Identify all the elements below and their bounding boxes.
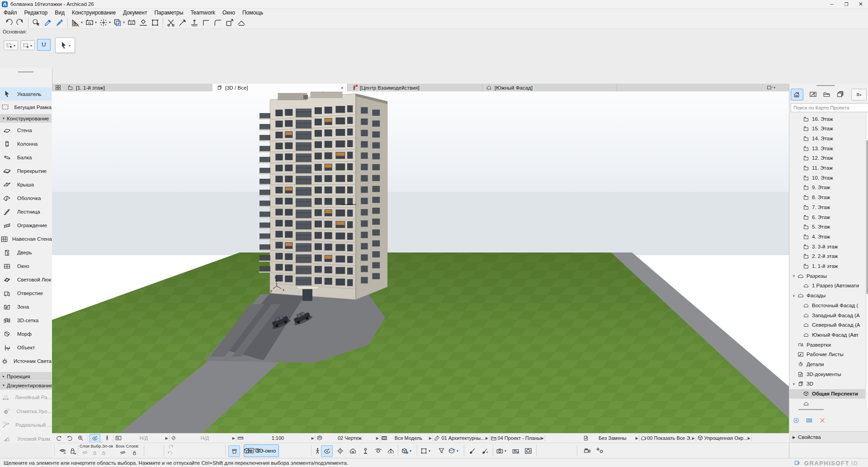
current-tool-button[interactable]: ▸: [55, 38, 75, 53]
cut-plane-button[interactable]: ▾: [448, 445, 458, 456]
brush-button[interactable]: [467, 445, 477, 456]
tool-mesh[interactable]: 3D-сетка: [0, 314, 52, 327]
navigator-item[interactable]: 16. Этаж: [789, 114, 865, 124]
menu-параметры[interactable]: Параметры: [151, 9, 187, 16]
redo-button[interactable]: [167, 443, 175, 450]
tool-object[interactable]: Объект: [0, 341, 52, 354]
view-map-button[interactable]: [807, 89, 819, 100]
unlock-button[interactable]: [99, 448, 108, 457]
fillet-button[interactable]: [212, 17, 224, 28]
tool-column[interactable]: Колонна: [0, 137, 52, 151]
navigator-item[interactable]: 2. 2-й этаж: [789, 252, 865, 261]
marquee-select-button[interactable]: ▸: [20, 40, 35, 50]
tab-close-icon[interactable]: ×: [341, 85, 344, 91]
tab-south-elevation[interactable]: [Южный Фасад]: [482, 84, 617, 91]
menu-конструирование[interactable]: Конструирование: [68, 9, 119, 16]
zoom-in-button[interactable]: [77, 434, 85, 443]
navigator-item[interactable]: 11. Этаж: [789, 163, 865, 173]
undo-button[interactable]: [3, 17, 14, 28]
rotate-view-button[interactable]: ▾: [253, 445, 264, 456]
quick-model-filter[interactable]: Вся Модель▶: [381, 434, 432, 443]
tree-resize-handle[interactable]: [798, 409, 824, 410]
ink-brush-button[interactable]: [479, 445, 490, 456]
pick-up-parameters-button[interactable]: [42, 17, 54, 28]
inject-parameters-button[interactable]: [54, 17, 66, 28]
delete-x-button[interactable]: [817, 415, 828, 425]
tree-scrollbar[interactable]: [865, 114, 868, 407]
marquee-frame-button[interactable]: ▾: [112, 17, 126, 28]
navigator-item[interactable]: 1. 1-й этаж: [789, 262, 865, 271]
menu-окно[interactable]: Окно: [219, 9, 239, 16]
roof-level-button[interactable]: [236, 17, 247, 28]
add-button[interactable]: [791, 415, 802, 425]
navigator-item[interactable]: 4. Этаж: [789, 232, 865, 241]
guide-lines-button[interactable]: ▾: [70, 17, 84, 28]
navigator-handle[interactable]: [816, 85, 835, 86]
transform-box-button[interactable]: ▾: [420, 445, 430, 456]
menu-помощь[interactable]: Помощь: [239, 9, 267, 16]
walk-button[interactable]: [102, 434, 112, 443]
menu-вид[interactable]: Вид: [51, 9, 68, 16]
marquee-place-button[interactable]: ▸: [4, 40, 18, 50]
menu-редактор[interactable]: Редактор: [21, 9, 52, 16]
navigator-item[interactable]: ∨3D: [789, 379, 865, 389]
tool-opening[interactable]: Отверстие: [0, 286, 52, 300]
quick-layers[interactable]: 02 Чертеж▶: [316, 434, 379, 443]
persp-view-button[interactable]: [228, 445, 240, 457]
minimize-button[interactable]: ─: [825, 0, 839, 8]
elevate-button[interactable]: [189, 17, 200, 28]
fly-camera-button[interactable]: [581, 445, 592, 456]
redo-button[interactable]: [14, 17, 26, 28]
navigator-item[interactable]: ∨Разрезы: [789, 271, 865, 281]
quick-scale-ruler[interactable]: 1:100▶: [237, 434, 314, 443]
navigator-item[interactable]: 15. Этаж: [789, 124, 865, 133]
axon-view-button[interactable]: [241, 445, 252, 456]
camera-button[interactable]: ▾: [495, 445, 506, 456]
section-expanded[interactable]: ▾Документирование: [0, 381, 52, 390]
navigator-item[interactable]: 1 Разрез (Автомати: [789, 281, 865, 291]
resize-figure-button[interactable]: [224, 17, 236, 28]
navigator-item[interactable]: 14. Этаж: [789, 133, 865, 143]
corner-button[interactable]: [200, 17, 212, 28]
coordinates-button[interactable]: xy▾: [84, 17, 98, 28]
navigator-item[interactable]: Общая Перспекти: [789, 389, 865, 399]
tab-interaction-center[interactable]: [Центр Взаимодействия]: [347, 84, 482, 91]
navigator-item[interactable]: 5. Этаж: [789, 222, 865, 232]
look-to-button[interactable]: [335, 445, 345, 456]
funnel-button[interactable]: [436, 445, 447, 456]
section-plane-button[interactable]: [385, 445, 396, 456]
adjust-button[interactable]: [137, 17, 149, 28]
navigator-item[interactable]: 3D-документы: [789, 369, 865, 379]
tab-overview-button[interactable]: [54, 84, 62, 91]
camera-pole-button[interactable]: [360, 445, 371, 456]
walk-button[interactable]: [313, 445, 322, 456]
tree-scrollbar-thumb[interactable]: [866, 140, 868, 294]
split-button[interactable]: [165, 17, 177, 28]
tool-stair[interactable]: Лестница: [0, 205, 52, 219]
navigator-item[interactable]: 3. 3-й этаж: [789, 242, 865, 251]
section-collapsed[interactable]: ▸Проекция: [0, 372, 52, 381]
tool-window[interactable]: Окно: [0, 259, 52, 273]
nav-back-button[interactable]: [55, 434, 63, 443]
navigator-item[interactable]: 9. Этаж: [789, 183, 865, 192]
tool-dim-level[interactable]: 1.2Отметка Уро...: [0, 405, 52, 418]
eye-off-button[interactable]: [118, 448, 127, 457]
navigator-item[interactable]: 12. Этаж: [789, 153, 865, 163]
quick-preview-pen[interactable]: Н/Д▶: [170, 434, 235, 443]
sun-cube-button[interactable]: [594, 445, 605, 456]
settings-list-button[interactable]: [804, 415, 815, 425]
tool-arrow-cursor[interactable]: Указатель: [0, 87, 52, 100]
home-view-button[interactable]: [347, 445, 358, 456]
properties-panel-header[interactable]: ▶ Свойства: [789, 431, 868, 443]
navigator-item[interactable]: 13. Этаж: [789, 143, 865, 153]
tab-overflow-button[interactable]: ▾: [765, 84, 776, 91]
lock-button[interactable]: [90, 448, 99, 457]
orbit-button[interactable]: [90, 434, 100, 443]
tool-curtain-wall[interactable]: Навесная Стена: [0, 232, 52, 246]
tool-zone[interactable]: Зона: [0, 300, 52, 314]
menu-файл[interactable]: Файл: [0, 9, 21, 16]
tool-railing[interactable]: Ограждение: [0, 219, 52, 232]
navigator-item[interactable]: 8. Этаж: [789, 193, 865, 202]
tool-lamp[interactable]: Источник Света: [0, 354, 52, 368]
quick-preview-zoom[interactable]: Н/Д▶: [115, 434, 168, 443]
